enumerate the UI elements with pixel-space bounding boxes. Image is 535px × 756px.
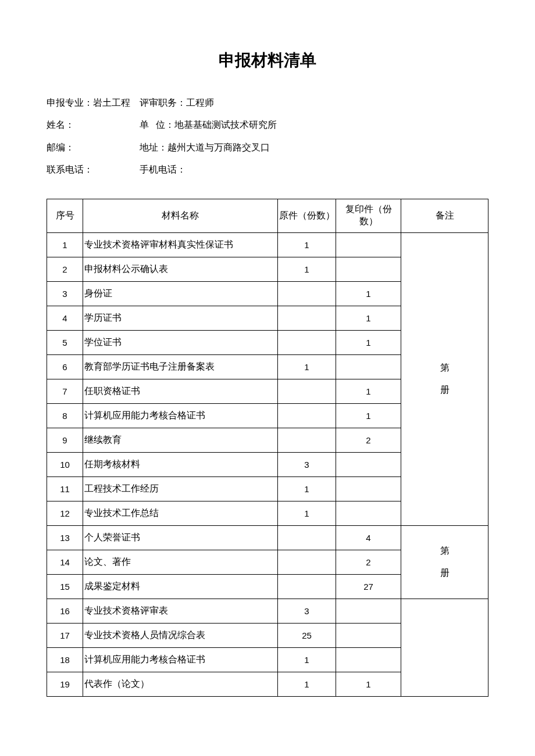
cell-copy xyxy=(336,232,401,257)
cell-copy: 27 xyxy=(336,574,401,599)
cell-name: 专业技术资格评审材料真实性保证书 xyxy=(83,232,278,257)
cell-copy: 1 xyxy=(336,379,401,403)
table-row: 13个人荣誉证书4第 册 xyxy=(47,525,488,550)
field-mobile: 手机电话： xyxy=(140,159,488,181)
cell-name: 学位证书 xyxy=(83,330,278,354)
cell-seq: 2 xyxy=(47,257,83,281)
cell-seq: 9 xyxy=(47,428,83,452)
header-seq: 序号 xyxy=(47,199,83,232)
cell-orig xyxy=(278,403,336,428)
cell-seq: 4 xyxy=(47,306,83,330)
cell-orig: 1 xyxy=(278,476,336,501)
cell-seq: 8 xyxy=(47,403,83,428)
cell-orig xyxy=(278,525,336,550)
cell-seq: 12 xyxy=(47,501,83,525)
cell-name: 工程技术工作经历 xyxy=(83,476,278,501)
cell-name: 个人荣誉证书 xyxy=(83,525,278,550)
cell-orig: 1 xyxy=(278,647,336,672)
cell-orig xyxy=(278,379,336,403)
cell-copy: 1 xyxy=(336,403,401,428)
applicant-info: 申报专业：岩土工程 评审职务：工程师 姓名： 单 位：地基基础测试技术研究所 邮… xyxy=(47,92,488,181)
cell-orig: 25 xyxy=(278,623,336,647)
cell-copy xyxy=(336,452,401,476)
cell-seq: 10 xyxy=(47,452,83,476)
cell-copy xyxy=(336,257,401,281)
cell-copy: 1 xyxy=(336,672,401,696)
header-orig: 原件（份数） xyxy=(278,199,336,232)
cell-name: 身份证 xyxy=(83,281,278,306)
cell-seq: 1 xyxy=(47,232,83,257)
cell-name: 申报材料公示确认表 xyxy=(83,257,278,281)
cell-orig xyxy=(278,306,336,330)
cell-orig xyxy=(278,330,336,354)
cell-orig: 3 xyxy=(278,599,336,623)
cell-seq: 7 xyxy=(47,379,83,403)
cell-copy xyxy=(336,501,401,525)
materials-table: 序号 材料名称 原件（份数） 复印件（份数） 备注 1专业技术资格评审材料真实性… xyxy=(47,199,488,697)
cell-copy: 4 xyxy=(336,525,401,550)
table-row: 1专业技术资格评审材料真实性保证书1第 册 xyxy=(47,232,488,257)
cell-copy: 1 xyxy=(336,281,401,306)
cell-seq: 18 xyxy=(47,647,83,672)
cell-orig xyxy=(278,574,336,599)
cell-orig xyxy=(278,428,336,452)
field-major: 申报专业：岩土工程 xyxy=(47,92,140,114)
cell-seq: 16 xyxy=(47,599,83,623)
cell-name: 教育部学历证书电子注册备案表 xyxy=(83,354,278,379)
cell-orig: 1 xyxy=(278,354,336,379)
cell-name: 任期考核材料 xyxy=(83,452,278,476)
field-tel: 联系电话： xyxy=(47,159,140,181)
cell-name: 专业技术工作总结 xyxy=(83,501,278,525)
field-zip: 邮编： xyxy=(47,137,140,159)
cell-copy xyxy=(336,476,401,501)
cell-name: 代表作（论文） xyxy=(83,672,278,696)
cell-orig xyxy=(278,281,336,306)
cell-copy: 1 xyxy=(336,330,401,354)
cell-name: 继续教育 xyxy=(83,428,278,452)
cell-name: 任职资格证书 xyxy=(83,379,278,403)
cell-name: 计算机应用能力考核合格证书 xyxy=(83,647,278,672)
cell-seq: 5 xyxy=(47,330,83,354)
cell-seq: 13 xyxy=(47,525,83,550)
cell-remark-group1: 第 册 xyxy=(401,232,488,525)
header-remark: 备注 xyxy=(401,199,488,232)
cell-name: 专业技术资格评审表 xyxy=(83,599,278,623)
cell-copy xyxy=(336,354,401,379)
cell-orig: 1 xyxy=(278,232,336,257)
cell-copy xyxy=(336,623,401,647)
cell-orig: 1 xyxy=(278,501,336,525)
cell-name: 学历证书 xyxy=(83,306,278,330)
cell-seq: 14 xyxy=(47,550,83,574)
cell-orig: 3 xyxy=(278,452,336,476)
cell-name: 论文、著作 xyxy=(83,550,278,574)
cell-copy: 1 xyxy=(336,306,401,330)
cell-seq: 15 xyxy=(47,574,83,599)
cell-copy: 2 xyxy=(336,550,401,574)
cell-seq: 11 xyxy=(47,476,83,501)
header-copy: 复印件（份数） xyxy=(336,199,401,232)
cell-copy: 2 xyxy=(336,428,401,452)
cell-seq: 3 xyxy=(47,281,83,306)
cell-orig: 1 xyxy=(278,257,336,281)
field-address: 地址：越州大道与万商路交叉口 xyxy=(140,137,488,159)
cell-orig xyxy=(278,550,336,574)
field-name: 姓名： xyxy=(47,114,140,136)
cell-name: 计算机应用能力考核合格证书 xyxy=(83,403,278,428)
field-position: 评审职务：工程师 xyxy=(140,92,488,114)
cell-seq: 6 xyxy=(47,354,83,379)
page-title: 申报材料清单 xyxy=(47,49,488,71)
cell-seq: 19 xyxy=(47,672,83,696)
cell-orig: 1 xyxy=(278,672,336,696)
header-name: 材料名称 xyxy=(83,199,278,232)
field-unit: 单 位：地基基础测试技术研究所 xyxy=(140,114,488,136)
cell-seq: 17 xyxy=(47,623,83,647)
table-row: 16专业技术资格评审表3 xyxy=(47,599,488,623)
cell-copy xyxy=(336,647,401,672)
cell-remark-group3 xyxy=(401,599,488,696)
cell-name: 成果鉴定材料 xyxy=(83,574,278,599)
cell-name: 专业技术资格人员情况综合表 xyxy=(83,623,278,647)
cell-copy xyxy=(336,599,401,623)
cell-remark-group2: 第 册 xyxy=(401,525,488,599)
